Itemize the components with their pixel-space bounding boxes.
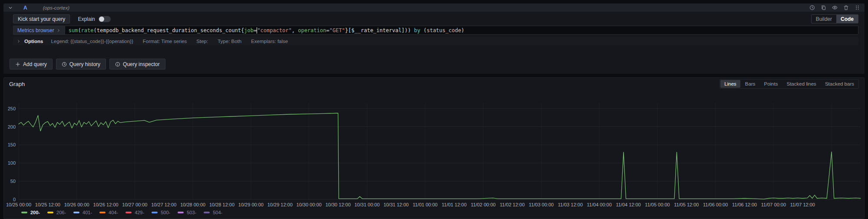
promql-query-input[interactable]: sum(rate(tempodb_backend_request_duratio… <box>65 26 858 35</box>
query-token: "compactor" <box>257 27 291 33</box>
query-token: ( <box>420 27 426 33</box>
legend-swatch <box>152 212 158 213</box>
query-token: ( <box>94 27 97 33</box>
legend-swatch <box>178 212 184 213</box>
query-token: ( <box>78 27 81 33</box>
chevron-right-icon <box>56 28 61 33</box>
legend-swatch <box>47 212 53 213</box>
mode-points-button[interactable]: Points <box>760 80 782 88</box>
info-circle-icon <box>115 62 120 67</box>
query-token: job <box>244 27 254 33</box>
query-inspector-button[interactable]: Query inspector <box>109 59 165 70</box>
query-token: ) <box>461 27 464 33</box>
mode-bars-button[interactable]: Bars <box>741 80 759 88</box>
legend-label: 504- <box>213 210 222 215</box>
x-axis-tick: 10/31 12:00 <box>383 202 409 207</box>
history-icon <box>62 62 67 67</box>
query-token: by <box>414 27 420 33</box>
x-axis-tick: 11/02 12:00 <box>500 202 525 207</box>
x-axis-tick: 10/28 12:00 <box>209 202 234 207</box>
query-token: rate <box>81 27 94 33</box>
legend-item-200[interactable]: 200- <box>21 210 40 215</box>
copy-icon[interactable] <box>821 5 826 10</box>
x-axis-tick: 11/01 00:00 <box>413 202 437 207</box>
plus-icon <box>15 62 20 67</box>
x-axis-tick: 10/27 12:00 <box>151 202 176 207</box>
x-axis-tick: 10/26 00:00 <box>64 202 89 207</box>
drag-handle-icon[interactable] <box>855 5 860 10</box>
query-editor-body: Kick start your query Explain Builder Co… <box>3 12 865 74</box>
x-axis-tick: 10/27 00:00 <box>122 202 147 207</box>
chart-svg: 05010015020025010/25 00:0010/25 12:0010/… <box>4 90 864 207</box>
explain-label: Explain <box>78 16 95 22</box>
x-axis-tick: 11/06 00:00 <box>703 202 728 207</box>
legend-item-503[interactable]: 503- <box>178 210 196 215</box>
x-axis-tick: 11/07 12:00 <box>790 202 815 207</box>
legend-item-401[interactable]: 401- <box>73 210 92 215</box>
x-axis-tick: 11/06 12:00 <box>732 202 757 207</box>
y-axis-tick: 50 <box>10 179 16 184</box>
legend-item-206[interactable]: 206- <box>47 210 66 215</box>
metrics-browser-button[interactable]: Metrics browser <box>13 26 65 35</box>
mode-stacked-lines-button[interactable]: Stacked lines <box>782 80 820 88</box>
graph-panel: Graph LinesBarsPointsStacked linesStacke… <box>3 77 865 219</box>
x-axis-tick: 10/30 12:00 <box>325 202 350 207</box>
y-axis-tick: 200 <box>8 124 16 129</box>
kick-start-query-button[interactable]: Kick start your query <box>13 14 70 23</box>
mode-stacked-bars-button[interactable]: Stacked bars <box>821 80 858 88</box>
metrics-browser-label: Metrics browser <box>17 27 54 33</box>
legend-label: 503- <box>187 210 196 215</box>
legend-swatch <box>21 212 27 213</box>
legend-item-500[interactable]: 500- <box>152 210 170 215</box>
legend-item-504[interactable]: 504- <box>204 210 222 215</box>
explore-view: A (ops-cortex) Kick start your query Exp… <box>3 3 865 219</box>
x-axis-tick: 11/07 00:00 <box>761 202 786 207</box>
x-axis-tick: 11/05 00:00 <box>645 202 670 207</box>
y-axis-tick: 250 <box>8 106 16 111</box>
x-axis-tick: 11/04 12:00 <box>616 202 640 207</box>
legend-label: 200- <box>30 210 40 215</box>
option-summary-item: Type: Both <box>218 39 241 44</box>
legend-label: 500- <box>161 210 170 215</box>
chart-legend: 200-206-401-404-429-500-503-504- <box>4 207 864 218</box>
x-axis-tick: 11/03 00:00 <box>529 202 554 207</box>
history-icon[interactable] <box>809 5 815 10</box>
x-axis-tick: 10/29 00:00 <box>238 202 264 207</box>
code-mode-button[interactable]: Code <box>836 15 858 23</box>
time-series-chart[interactable]: 05010015020025010/25 00:0010/25 12:0010/… <box>4 90 864 207</box>
add-query-button[interactable]: Add query <box>10 59 53 70</box>
builder-mode-button[interactable]: Builder <box>812 15 836 23</box>
query-token: , <box>292 27 298 33</box>
x-axis-tick: 11/05 12:00 <box>674 202 699 207</box>
options-label: Options <box>24 39 43 44</box>
x-axis-tick: 11/04 00:00 <box>587 202 612 207</box>
x-axis-tick: 10/30 00:00 <box>297 202 322 207</box>
x-axis-tick: 10/31 00:00 <box>354 202 380 207</box>
mode-lines-button[interactable]: Lines <box>720 80 740 88</box>
query-ref-id: A <box>23 5 27 11</box>
legend-item-404[interactable]: 404- <box>99 210 118 215</box>
chevron-down-icon[interactable] <box>8 5 13 10</box>
graph-style-toggle: LinesBarsPointsStacked linesStacked bars <box>719 79 859 89</box>
query-history-button[interactable]: Query history <box>56 59 106 70</box>
x-axis-tick: 11/01 12:00 <box>442 202 466 207</box>
query-token: { <box>241 27 244 33</box>
x-axis-tick: 10/29 12:00 <box>267 202 293 207</box>
legend-swatch <box>73 212 79 213</box>
action-button-label: Query history <box>69 61 100 67</box>
action-button-label: Query inspector <box>123 61 160 67</box>
eye-icon[interactable] <box>832 5 838 10</box>
query-row-header[interactable]: A (ops-cortex) <box>3 3 865 12</box>
x-axis-tick: 11/03 12:00 <box>558 202 583 207</box>
y-axis-tick: 150 <box>8 142 16 147</box>
query-token: = <box>254 27 257 33</box>
panel-title: Graph <box>9 81 25 87</box>
datasource-name: (ops-cortex) <box>43 5 69 10</box>
legend-swatch <box>125 212 132 213</box>
query-actions-row: Add queryQuery historyQuery inspector <box>10 59 858 70</box>
query-token: "GET" <box>329 27 345 33</box>
legend-item-429[interactable]: 429- <box>125 210 144 215</box>
query-options-row[interactable]: Options Legend: {{status_code}}-{{operat… <box>13 37 858 45</box>
explain-toggle[interactable] <box>99 16 111 22</box>
trash-icon[interactable] <box>843 5 849 10</box>
